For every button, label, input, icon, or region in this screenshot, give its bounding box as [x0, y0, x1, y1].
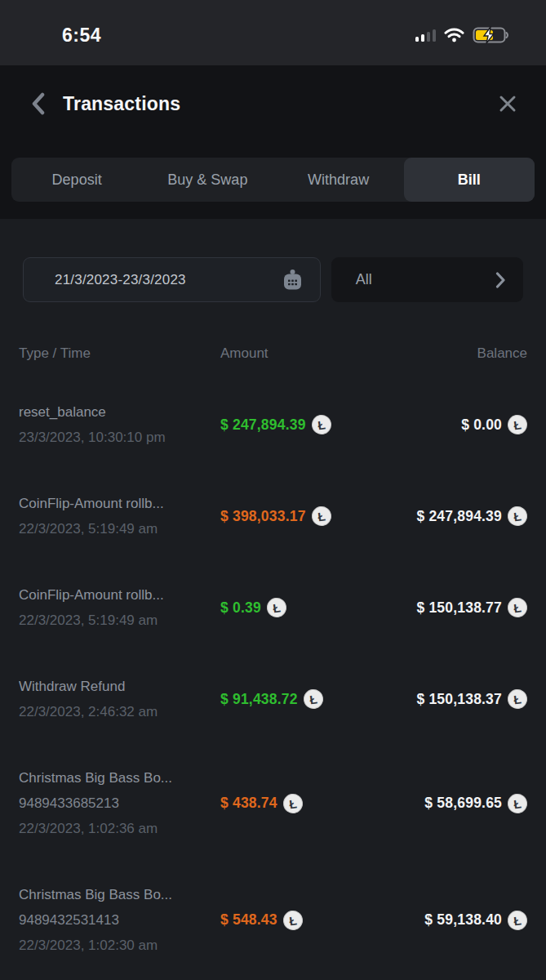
transaction-row: CoinFlip-Amount rollb... 22/3/2023, 5:19…	[19, 582, 527, 633]
chevron-left-icon	[31, 92, 45, 115]
type-time-cell: Withdraw Refund 22/3/2023, 2:46:32 am	[19, 674, 220, 724]
close-icon	[499, 95, 517, 113]
litecoin-coin-icon: Ł	[310, 505, 332, 527]
date-range-value: 21/3/2023-23/3/2023	[55, 272, 282, 288]
litecoin-coin-icon: Ł	[282, 792, 304, 814]
amount-cell: $ 0.39 Ł	[220, 598, 416, 617]
transaction-type: Withdraw Refund	[19, 674, 220, 699]
transaction-time: 22/3/2023, 5:19:49 am	[19, 608, 220, 633]
transactions-screen: 6:54	[0, 0, 546, 980]
transaction-tabs: Deposit Buy & Swap Withdraw Bill	[11, 158, 535, 202]
wifi-icon	[444, 28, 464, 42]
transaction-balance: $ 150,138.37	[416, 691, 502, 708]
amount-cell: $ 438.74 Ł	[220, 794, 424, 813]
transaction-amount: $ 438.74	[220, 795, 277, 812]
calendar-icon	[282, 269, 304, 292]
transaction-amount: $ 548.43	[220, 911, 277, 929]
bill-content: 21/3/2023-23/3/2023 All	[0, 219, 546, 980]
transaction-type: Christmas Big Bass Bo...	[19, 882, 220, 907]
transaction-id: 9489432531413	[19, 907, 220, 933]
transaction-balance: $ 59,138.40	[424, 911, 502, 929]
transaction-amount: $ 247,894.39	[220, 416, 306, 434]
type-time-cell: reset_balance 23/3/2023, 10:30:10 pm	[19, 399, 220, 450]
transaction-time: 22/3/2023, 5:19:49 am	[19, 516, 220, 541]
title-row: Transactions	[0, 65, 546, 119]
tab-withdraw[interactable]: Withdraw	[273, 158, 404, 202]
back-button[interactable]	[31, 92, 45, 115]
category-select[interactable]: All	[331, 257, 523, 302]
litecoin-coin-icon: Ł	[282, 909, 304, 931]
balance-cell: $ 150,138.37 Ł	[416, 689, 527, 709]
filters-row: 21/3/2023-23/3/2023 All	[23, 257, 523, 302]
amount-cell: $ 398,033.17 Ł	[220, 506, 416, 526]
transaction-row: Withdraw Refund 22/3/2023, 2:46:32 am $ …	[19, 674, 527, 724]
amount-cell: $ 91,438.72 Ł	[220, 689, 416, 709]
type-time-cell: Christmas Big Bass Bo... 9489432531413 2…	[19, 882, 220, 958]
transaction-balance: $ 0.00	[461, 416, 502, 434]
transaction-time: 22/3/2023, 1:02:30 am	[19, 933, 220, 958]
transaction-balance: $ 58,699.65	[424, 795, 502, 812]
type-time-cell: CoinFlip-Amount rollb... 22/3/2023, 5:19…	[19, 582, 220, 633]
transaction-id: 9489433685213	[19, 791, 220, 816]
col-header-amount: Amount	[220, 345, 477, 362]
chevron-right-icon	[495, 272, 505, 288]
tab-bill[interactable]: Bill	[404, 158, 535, 202]
status-bar: 6:54	[0, 0, 546, 65]
amount-cell: $ 548.43 Ł	[220, 911, 424, 930]
col-header-type-time: Type / Time	[19, 345, 220, 362]
transaction-balance: $ 150,138.77	[416, 599, 502, 617]
amount-cell: $ 247,894.39 Ł	[220, 415, 461, 434]
balance-cell: $ 58,699.65 Ł	[424, 794, 527, 813]
litecoin-coin-icon: Ł	[506, 909, 528, 931]
type-time-cell: CoinFlip-Amount rollb... 22/3/2023, 5:19…	[19, 491, 220, 541]
balance-cell: $ 247,894.39 Ł	[416, 506, 527, 526]
tab-buy-swap[interactable]: Buy & Swap	[142, 158, 273, 202]
transaction-time: 23/3/2023, 10:30:10 pm	[19, 425, 220, 450]
battery-icon	[473, 26, 510, 44]
transaction-type: CoinFlip-Amount rollb...	[19, 491, 220, 516]
table-header: Type / Time Amount Balance	[19, 345, 527, 362]
tab-deposit[interactable]: Deposit	[11, 158, 142, 202]
litecoin-coin-icon: Ł	[302, 688, 324, 710]
close-button[interactable]	[499, 95, 517, 113]
litecoin-coin-icon: Ł	[310, 413, 332, 435]
date-range-input[interactable]: 21/3/2023-23/3/2023	[23, 257, 321, 302]
transaction-time: 22/3/2023, 1:02:36 am	[19, 816, 220, 841]
header: Transactions Deposit Buy & Swap Withdraw…	[0, 65, 546, 219]
litecoin-coin-icon: Ł	[506, 505, 528, 527]
litecoin-coin-icon: Ł	[506, 413, 528, 435]
type-time-cell: Christmas Big Bass Bo... 9489433685213 2…	[19, 765, 220, 841]
transaction-amount: $ 398,033.17	[220, 508, 306, 525]
transaction-type: CoinFlip-Amount rollb...	[19, 582, 220, 608]
transaction-amount: $ 0.39	[220, 599, 261, 617]
page-title: Transactions	[63, 93, 180, 115]
transaction-type: Christmas Big Bass Bo...	[19, 765, 220, 791]
litecoin-coin-icon: Ł	[506, 688, 528, 710]
transaction-row: Christmas Big Bass Bo... 9489432531413 2…	[19, 882, 527, 958]
transaction-time: 22/3/2023, 2:46:32 am	[19, 699, 220, 724]
balance-cell: $ 0.00 Ł	[461, 415, 527, 434]
transaction-balance: $ 247,894.39	[416, 508, 502, 525]
litecoin-coin-icon: Ł	[506, 792, 528, 814]
col-header-balance: Balance	[477, 345, 527, 362]
transaction-type: reset_balance	[19, 399, 220, 425]
transaction-row: Christmas Big Bass Bo... 9489433685213 2…	[19, 765, 527, 841]
category-select-value: All	[356, 271, 495, 288]
transaction-row: CoinFlip-Amount rollb... 22/3/2023, 5:19…	[19, 491, 527, 541]
litecoin-coin-icon: Ł	[265, 596, 287, 618]
transaction-list: reset_balance 23/3/2023, 10:30:10 pm $ 2…	[19, 399, 527, 958]
balance-cell: $ 150,138.77 Ł	[416, 598, 527, 617]
cellular-signal-icon	[415, 29, 437, 42]
status-icons	[415, 26, 511, 44]
transaction-amount: $ 91,438.72	[220, 691, 298, 708]
balance-cell: $ 59,138.40 Ł	[424, 911, 527, 930]
status-time: 6:54	[62, 24, 101, 47]
transaction-row: reset_balance 23/3/2023, 10:30:10 pm $ 2…	[19, 399, 527, 450]
litecoin-coin-icon: Ł	[506, 596, 528, 618]
